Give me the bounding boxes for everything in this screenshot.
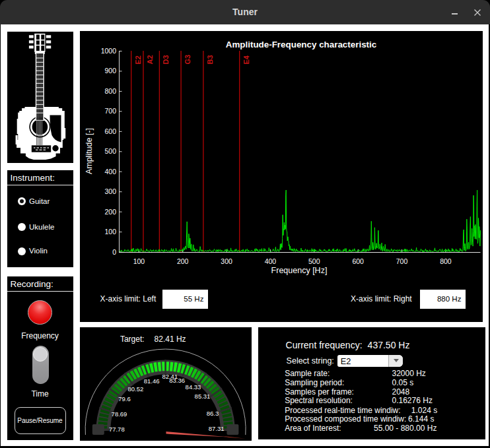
svg-text:700: 700: [396, 257, 408, 265]
svg-text:84.33: 84.33: [185, 383, 201, 391]
svg-text:1000: 1000: [101, 47, 117, 55]
svg-text:900: 900: [104, 67, 116, 75]
svg-text:800: 800: [104, 87, 116, 95]
svg-text:83.36: 83.36: [169, 377, 185, 384]
svg-text:300: 300: [104, 187, 116, 195]
svg-text:X-axis limit: Right: X-axis limit: Right: [351, 294, 412, 304]
svg-text:E4: E4: [242, 55, 250, 64]
svg-text:300: 300: [221, 257, 232, 265]
svg-text:700: 700: [104, 107, 116, 115]
svg-text:Frequency [Hz]: Frequency [Hz]: [271, 266, 328, 275]
svg-text:500: 500: [104, 147, 116, 155]
svg-text:G3: G3: [184, 55, 192, 65]
svg-text:X-axis limit: Left: X-axis limit: Left: [100, 294, 157, 304]
svg-text:600: 600: [104, 127, 116, 135]
svg-text:80.52: 80.52: [127, 385, 143, 393]
svg-text:85.31: 85.31: [194, 393, 210, 400]
svg-text:82.41 Hz: 82.41 Hz: [154, 335, 186, 344]
svg-text:200: 200: [177, 257, 189, 265]
svg-text:400: 400: [104, 168, 116, 176]
svg-text:77.78: 77.78: [108, 426, 124, 433]
svg-text:79.6: 79.6: [118, 395, 131, 402]
svg-text:Target:: Target:: [120, 335, 144, 344]
svg-text:E2: E2: [134, 55, 142, 64]
svg-text:Amplitude [-]: Amplitude [-]: [85, 128, 94, 174]
svg-text:400: 400: [265, 257, 277, 265]
svg-text:86.3: 86.3: [206, 410, 219, 417]
svg-text:81.46: 81.46: [143, 377, 159, 385]
svg-text:87.31: 87.31: [208, 425, 224, 432]
svg-text:100: 100: [104, 228, 116, 236]
svg-text:A2: A2: [146, 55, 154, 64]
svg-text:600: 600: [352, 257, 364, 265]
svg-text:Amplitude-Frequency characteri: Amplitude-Frequency characteristic: [226, 40, 377, 49]
svg-text:B3: B3: [206, 55, 214, 64]
svg-text:800: 800: [440, 257, 452, 265]
svg-text:100: 100: [133, 257, 145, 265]
svg-text:200: 200: [104, 208, 116, 216]
svg-text:0: 0: [112, 248, 116, 256]
svg-text:500: 500: [308, 257, 320, 265]
svg-text:D3: D3: [162, 55, 170, 64]
svg-text:78.69: 78.69: [111, 410, 127, 418]
